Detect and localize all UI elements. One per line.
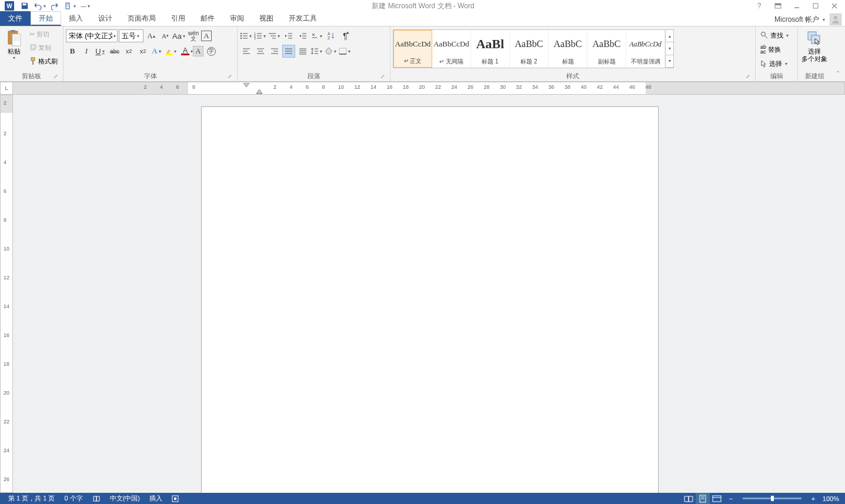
status-page[interactable]: 第 1 页，共 1 页 [4,494,59,503]
left-indent-marker[interactable] [256,89,262,95]
paste-button[interactable]: 粘贴 ▾ [2,28,26,62]
undo-icon[interactable]: ▾ [33,1,47,11]
dialog-launcher-icon[interactable]: ⤢ [379,73,386,80]
replace-button[interactable]: abac替换 [758,43,783,56]
align-left-button[interactable] [240,45,253,58]
style-item-0[interactable]: AaBbCcDd↵ 正文 [393,30,432,68]
view-read-mode[interactable] [682,493,696,504]
tab-mailings[interactable]: 邮件 [193,11,222,26]
page[interactable] [201,106,659,493]
style-item-6[interactable]: AaBbCcDd不明显强调 [626,30,665,68]
select-button[interactable]: 选择▾ [758,57,791,70]
vertical-ruler[interactable]: 22468101214161820222426 [0,95,13,493]
tab-developer[interactable]: 开发工具 [281,11,325,26]
highlight-button[interactable]: ▾ [165,45,178,58]
align-justify-button[interactable] [282,45,295,58]
show-marks-button[interactable]: ¶✦ [339,29,352,42]
gallery-down-icon[interactable]: ▾ [666,42,673,55]
status-word-count[interactable]: 0 个字 [59,494,87,503]
tab-view[interactable]: 视图 [252,11,281,26]
superscript-button[interactable]: x2 [136,45,149,58]
copy-button[interactable]: 复制 [27,41,60,54]
tab-references[interactable]: 引用 [163,11,193,26]
minimize-icon[interactable] [789,1,805,11]
italic-button[interactable]: I [80,45,93,58]
strikethrough-button[interactable]: abc [108,45,121,58]
status-language[interactable]: 中文(中国) [105,494,145,503]
help-icon[interactable]: ? [751,1,767,11]
style-item-1[interactable]: AaBbCcDd↵ 无间隔 [432,30,471,68]
line-spacing-button[interactable]: ▾ [310,45,323,58]
redo-icon[interactable] [48,1,62,11]
select-multiple-button[interactable]: 选择多个对象 [800,28,829,64]
collapse-ribbon-icon[interactable]: ˆ [831,26,845,81]
status-macro[interactable] [167,495,183,502]
decrease-indent-button[interactable] [282,29,295,42]
status-proofing[interactable] [88,495,105,503]
style-item-5[interactable]: AaBbC副标题 [587,30,626,68]
shrink-font-button[interactable]: A▾ [159,29,172,42]
zoom-in-button[interactable]: + [806,493,820,504]
distributed-button[interactable] [296,45,309,58]
bold-button[interactable]: B [66,45,79,58]
align-right-button[interactable] [268,45,281,58]
dialog-launcher-icon[interactable]: ⤢ [226,73,233,80]
maximize-icon[interactable] [807,1,824,11]
horizontal-ruler[interactable]: 8642246810121416182022242628303234363840… [13,82,845,95]
font-color-button[interactable]: A▾ [179,45,192,58]
tab-review[interactable]: 审阅 [222,11,252,26]
asian-layout-button[interactable]: ▾ [310,29,323,42]
zoom-slider[interactable] [743,498,801,499]
find-button[interactable]: 查找▾ [758,29,792,42]
gallery-up-icon[interactable]: ▴ [666,30,673,42]
ribbon-display-icon[interactable] [770,1,786,11]
char-shading-button[interactable]: A [193,46,203,56]
zoom-level[interactable]: 100% [820,495,841,502]
zoom-out-button[interactable]: − [724,493,738,504]
shading-button[interactable]: ▾ [325,45,338,58]
enclose-char-button[interactable]: 字 [205,45,218,58]
tab-design[interactable]: 设计 [91,11,120,26]
phonetic-guide-button[interactable]: wén文 [187,29,200,42]
view-web-layout[interactable] [710,493,724,504]
style-item-2[interactable]: AaBl标题 1 [471,30,510,68]
qat-customize-icon[interactable]: —▾ [79,1,93,11]
save-icon[interactable] [18,1,32,11]
font-family-combo[interactable]: 宋体 (中文正文▾ [66,29,118,42]
increase-indent-button[interactable] [296,29,309,42]
first-line-indent-marker[interactable] [243,83,249,88]
sort-button[interactable]: AZ [325,29,338,42]
tab-selector[interactable]: L [0,82,13,95]
grow-font-button[interactable]: A▴ [145,29,158,42]
view-print-layout[interactable] [696,493,710,504]
document-canvas[interactable] [13,95,845,493]
font-size-combo[interactable]: 五号▾ [119,29,143,42]
multilevel-list-button[interactable]: ▾ [268,29,281,42]
numbering-button[interactable]: 123▾ [254,29,267,42]
dialog-launcher-icon[interactable]: ⤢ [52,73,59,80]
format-painter-button[interactable]: 格式刷 [27,55,60,68]
text-effects-button[interactable]: A▾ [151,45,163,58]
style-item-4[interactable]: AaBbC标题 [549,30,587,68]
style-item-3[interactable]: AaBbC标题 2 [510,30,549,68]
change-case-button[interactable]: Aa▾ [173,29,186,42]
subscript-button[interactable]: x2 [122,45,135,58]
underline-button[interactable]: U▾ [94,45,107,58]
char-border-button[interactable]: A [201,31,212,41]
cut-button[interactable]: ✂剪切 [27,28,60,41]
status-insert-mode[interactable]: 插入 [145,494,167,503]
align-center-button[interactable] [254,45,267,58]
avatar[interactable] [830,14,841,25]
touch-mode-icon[interactable]: ▾ [64,1,78,11]
tab-layout[interactable]: 页面布局 [120,11,163,26]
word-app-icon[interactable]: W [2,1,16,11]
bullets-button[interactable]: ▾ [240,29,253,42]
close-icon[interactable] [826,1,843,11]
tab-home[interactable]: 开始 [31,11,61,26]
tab-file[interactable]: 文件 [0,11,31,26]
account-button[interactable]: Microsoft 帐户 ▾ [771,13,830,26]
borders-button[interactable]: ▾ [339,45,352,58]
tab-insert[interactable]: 插入 [61,11,91,26]
zoom-thumb[interactable] [771,496,774,501]
dialog-launcher-icon[interactable]: ⤢ [744,73,752,80]
